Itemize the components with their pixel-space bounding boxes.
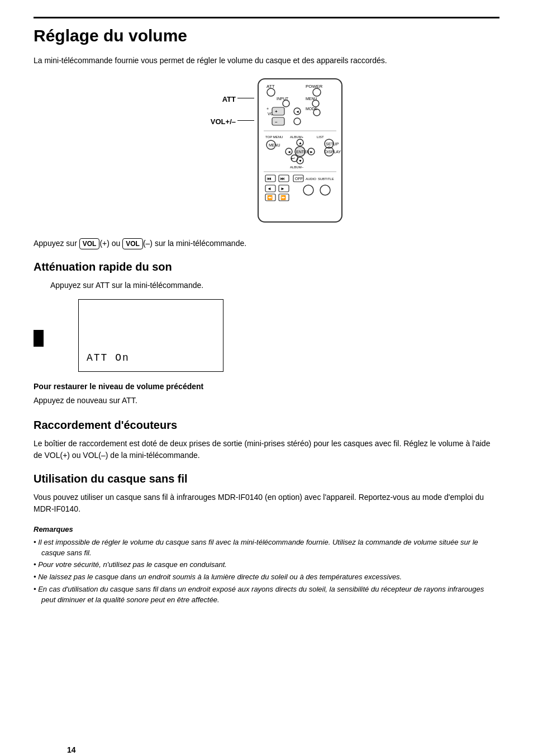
svg-text:MENU: MENU	[269, 143, 280, 147]
att-display: ATT On	[78, 299, 223, 372]
intro-text: La mini-télécommande fournie vous permet…	[34, 55, 499, 67]
svg-rect-17	[272, 117, 284, 125]
restore-volume-title: Pour restaurer le niveau de volume précé…	[34, 381, 499, 393]
svg-text:POWER: POWER	[306, 84, 322, 89]
svg-text:◄: ◄	[287, 150, 291, 154]
svg-text:◄: ◄	[267, 186, 272, 191]
svg-text:+: +	[266, 107, 269, 111]
svg-text:SUBTITLE: SUBTITLE	[318, 177, 334, 181]
vol-label: VOL+/–	[211, 117, 236, 126]
remote-diagram: ATT VOL+/– ATT POWER INPUT	[34, 78, 499, 226]
svg-text:ALBUM+: ALBUM+	[290, 135, 304, 139]
att-key-2: ATT	[122, 396, 135, 405]
svg-text:▲: ▲	[298, 141, 302, 145]
page-number: 14	[67, 744, 76, 756]
svg-text:▼: ▼	[298, 159, 302, 163]
att-label: ATT	[222, 95, 236, 103]
svg-text:DISPLAY: DISPLAY	[325, 150, 341, 154]
raccordement-text: Le boîtier de raccordement est doté de d…	[34, 438, 499, 461]
att-instruction: Appuyez sur ATT sur la mini-télécommande…	[50, 280, 499, 291]
svg-text:–: –	[275, 119, 278, 124]
list-item: En cas d'utilisation du casque sans fil …	[34, 584, 499, 606]
list-item: Pour votre sécurité, n'utilisez pas le c…	[34, 560, 499, 570]
raccordement-title: Raccordement d'écouteurs	[34, 417, 499, 433]
svg-text:⏪: ⏪	[267, 195, 273, 200]
svg-text:+: +	[275, 109, 278, 114]
restore-volume-text: Appuyez de nouveau sur ATT.	[34, 395, 499, 407]
vol-key-2: VOL	[122, 238, 143, 249]
list-item: Ne laissez pas le casque dans un endroit…	[34, 572, 499, 583]
att-key: ATT	[96, 281, 110, 290]
svg-text:ALBUM–: ALBUM–	[290, 166, 304, 169]
svg-text:►: ►	[310, 150, 313, 154]
svg-text:⏩: ⏩	[280, 195, 286, 200]
att-display-text: ATT On	[87, 351, 130, 366]
vol-key-1: VOL	[79, 238, 100, 249]
vol-instruction: Appuyez sur VOL(+) ou VOL(–) sur la mini…	[34, 238, 499, 249]
svg-rect-11	[272, 107, 284, 115]
svg-text:SETUP: SETUP	[326, 142, 339, 146]
svg-text:TOP MENU: TOP MENU	[265, 135, 283, 139]
svg-text:◄: ◄	[296, 110, 299, 114]
page-title: Réglage du volume	[34, 23, 499, 48]
list-item: Il est impossible de régler le volume du…	[34, 537, 499, 559]
casque-title: Utilisation du casque sans fil	[34, 470, 499, 487]
svg-text:ENTER: ENTER	[296, 150, 310, 154]
svg-text:AUDIO: AUDIO	[306, 177, 316, 181]
svg-text:⏮: ⏮	[267, 176, 272, 181]
att-section-title: Atténuation rapide du son	[34, 258, 499, 275]
remarques-list: Il est impossible de régler le volume du…	[34, 537, 499, 606]
svg-text:↩: ↩	[291, 156, 295, 161]
svg-text:OFF: OFF	[295, 177, 303, 181]
vol-key-r1: VOL	[44, 451, 60, 460]
remote-svg-container: ATT POWER INPUT MENU + VOL + ◄ MODE	[255, 78, 345, 226]
casque-text: Vous pouvez utiliser un casque sans fil …	[34, 492, 499, 515]
svg-text:LIST: LIST	[317, 135, 324, 139]
remarques-title: Remarques	[34, 524, 499, 535]
svg-text:►: ►	[280, 186, 285, 191]
vol-key-r2: VOL	[83, 451, 98, 460]
svg-text:MODE: MODE	[306, 107, 317, 111]
svg-text:⏭: ⏭	[280, 176, 285, 181]
